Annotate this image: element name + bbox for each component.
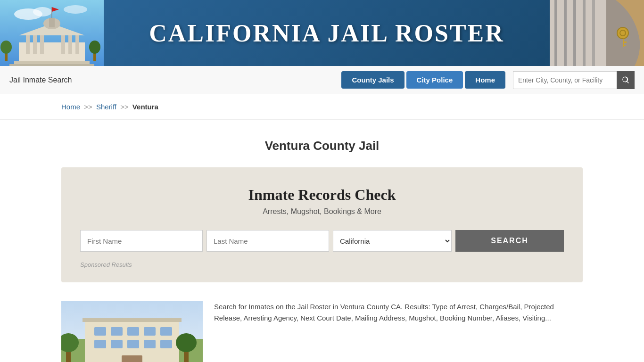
svg-rect-10 <box>75 35 79 54</box>
inmate-records-subtitle: Arrests, Mugshot, Bookings & More <box>80 207 564 216</box>
svg-point-24 <box>617 27 628 39</box>
svg-rect-33 <box>592 0 595 66</box>
search-button[interactable] <box>617 71 635 89</box>
site-label: Jail Inmate Search <box>9 76 341 84</box>
svg-point-21 <box>89 41 100 54</box>
svg-point-52 <box>176 333 197 352</box>
svg-rect-37 <box>94 327 106 336</box>
svg-rect-46 <box>160 340 172 348</box>
svg-rect-9 <box>68 35 72 54</box>
svg-rect-5 <box>26 35 30 54</box>
breadcrumb-sheriff[interactable]: Sheriff <box>96 103 116 111</box>
inmate-search-button[interactable]: SEARCH <box>455 230 564 252</box>
svg-rect-32 <box>583 0 586 66</box>
search-input[interactable] <box>513 71 617 89</box>
navbar: Jail Inmate Search County Jails City Pol… <box>0 66 644 94</box>
svg-rect-41 <box>160 327 172 336</box>
breadcrumb-sep2: >> <box>120 103 129 111</box>
sponsored-label: Sponsored Results <box>80 261 564 268</box>
svg-rect-30 <box>564 0 567 66</box>
home-button[interactable]: Home <box>465 71 505 89</box>
svg-rect-28 <box>623 45 626 46</box>
svg-rect-38 <box>111 327 123 336</box>
search-icon <box>621 76 630 84</box>
svg-rect-6 <box>33 35 37 54</box>
svg-rect-44 <box>127 340 139 348</box>
banner-title: California Jail Roster <box>149 19 504 47</box>
nav-buttons: County Jails City Police Home <box>341 71 635 89</box>
banner-right-image <box>550 0 644 66</box>
svg-rect-16 <box>14 61 90 64</box>
main-content: Ventura County Jail Inmate Records Check… <box>0 120 644 362</box>
banner-left-image <box>0 0 104 66</box>
svg-point-2 <box>33 7 52 16</box>
city-police-button[interactable]: City Police <box>406 71 463 89</box>
breadcrumb-current: Ventura <box>132 103 158 111</box>
first-name-input[interactable] <box>80 230 203 252</box>
svg-rect-7 <box>40 35 44 54</box>
svg-rect-40 <box>144 327 156 336</box>
breadcrumb: Home >> Sheriff >> Ventura <box>0 94 644 120</box>
svg-rect-31 <box>573 0 576 66</box>
county-jails-button[interactable]: County Jails <box>341 71 404 89</box>
svg-rect-17 <box>9 64 94 66</box>
breadcrumb-sep1: >> <box>84 103 92 111</box>
last-name-input[interactable] <box>206 230 329 252</box>
state-select[interactable]: AlabamaAlaskaArizonaArkansasCaliforniaCo… <box>333 230 452 252</box>
banner-center: California Jail Roster <box>104 0 550 66</box>
header-banner: California Jail Roster <box>0 0 644 66</box>
svg-rect-45 <box>144 340 156 348</box>
svg-rect-13 <box>49 18 55 27</box>
description-text: Search for Inmates on the Jail Roster in… <box>214 301 583 324</box>
page-title: Ventura County Jail <box>61 139 583 153</box>
breadcrumb-home[interactable]: Home <box>61 103 80 111</box>
svg-rect-39 <box>127 327 139 336</box>
search-box-wrap <box>513 71 635 89</box>
svg-rect-8 <box>61 35 65 54</box>
svg-point-3 <box>64 5 87 14</box>
svg-rect-42 <box>94 340 106 348</box>
building-image <box>61 301 203 362</box>
svg-rect-27 <box>623 41 627 43</box>
inmate-records-title: Inmate Records Check <box>80 186 564 204</box>
bottom-section: Search for Inmates on the Jail Roster in… <box>61 296 583 362</box>
svg-point-19 <box>0 41 12 54</box>
svg-rect-47 <box>122 355 142 362</box>
svg-rect-29 <box>554 0 557 66</box>
inmate-records-box: Inmate Records Check Arrests, Mugshot, B… <box>61 167 583 282</box>
inmate-search-row: AlabamaAlaskaArizonaArkansasCaliforniaCo… <box>80 230 564 252</box>
svg-rect-43 <box>111 340 123 348</box>
svg-rect-48 <box>83 318 182 322</box>
